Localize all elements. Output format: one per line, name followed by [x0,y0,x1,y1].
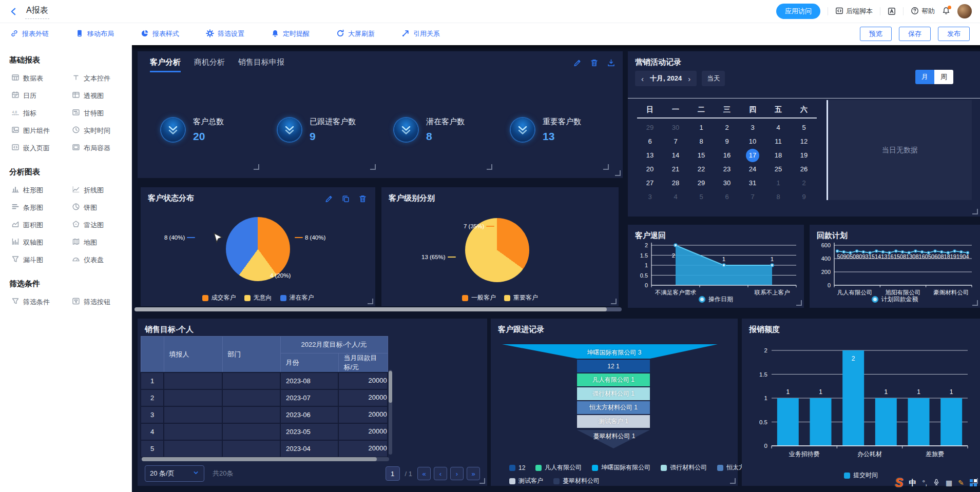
funnel-step[interactable]: 12 1 [577,360,650,372]
sidebar-item-筛选条件[interactable]: 筛选条件 [11,297,72,307]
back-icon[interactable] [9,7,18,16]
funnel-step[interactable]: 恒太方材料公司 1 [577,401,650,414]
toolbar-item-筛选设置[interactable]: 筛选设置 [206,29,244,39]
toolbar-item-移动布局[interactable]: 移动布局 [75,29,114,39]
calendar-day[interactable]: 7 [740,190,765,204]
legend-item-成交客户[interactable]: 成交客户 [202,293,236,302]
table-row[interactable]: 22023-07200000 [141,389,388,406]
calendar-day[interactable]: 14 [663,148,688,162]
ime-lang-toggle[interactable]: 中 [909,478,917,488]
legend-item-无意向[interactable]: 无意向 [244,293,272,302]
tab-商机分析[interactable]: 商机分析 [194,57,225,72]
last-page-button[interactable]: » [467,467,480,480]
copy-icon[interactable] [341,194,350,203]
funnel-panel[interactable]: 客户跟进记录 坤曙国际有限公司 312 1凡人有限公司 1强行材料公司 1恒太方… [491,319,738,486]
mic-icon[interactable] [933,479,940,487]
legend-item[interactable]: 计划回款金额 [872,295,918,304]
skin-icon[interactable]: ✎ [958,479,964,487]
toolbar-item-报表外链[interactable]: 报表外链 [10,29,49,39]
ime-punct-toggle[interactable]: °, [923,479,928,487]
sidebar-item-筛选按钮[interactable]: 筛选按钮 [72,297,132,307]
calendar-day[interactable]: 10 [740,134,765,148]
calendar-day[interactable]: 7 [663,134,688,148]
calendar-day[interactable]: 3 [740,121,765,134]
canvas-horizontal-scrollbar[interactable] [134,307,622,311]
table-row[interactable]: 12023-08200000 [141,372,388,389]
legend-item-12[interactable]: 12 [509,463,525,472]
calendar-day-selected[interactable]: 17 [740,148,765,162]
sidebar-item-条形图[interactable]: 条形图 [11,203,72,212]
sidebar-item-地图[interactable]: 地图 [72,238,132,247]
ime-toolbar[interactable]: S 中 °, ▦ ✎ [895,476,977,490]
table-row[interactable]: 52023-04200000 [141,440,388,457]
calendar-day[interactable]: 2 [714,121,740,134]
calendar-day[interactable]: 18 [765,148,791,162]
toolbar-item-报表样式[interactable]: 报表样式 [141,29,179,39]
kpi-card-已跟进客户数[interactable]: 已跟进客户数9 [261,87,378,172]
calendar-day[interactable]: 27 [637,176,663,190]
pie-panel-customer-level[interactable]: 客户级别分别 7 (35%)13 (65%)一般客户重要客户 [381,187,619,306]
delete-icon[interactable] [358,194,367,203]
calendar-day[interactable]: 1 [688,121,714,134]
table-horizontal-scrollbar[interactable] [142,457,389,461]
sidebar-item-嵌入页面[interactable]: 嵌入页面 [11,143,72,153]
calendar-day[interactable]: 8 [765,190,791,204]
calendar-day[interactable]: 29 [688,176,714,190]
calendar-day[interactable]: 2 [791,176,817,190]
pie-chart[interactable] [226,217,290,281]
sidebar-item-透视图[interactable]: 透视图 [72,91,132,101]
next-page-button[interactable]: › [450,467,464,480]
calendar-day[interactable]: 25 [765,162,791,176]
legend-item[interactable]: 操作日期 [699,295,733,304]
next-month-icon[interactable]: › [688,74,690,83]
calendar-day[interactable]: 23 [714,162,740,176]
toolbar-item-定时提醒[interactable]: 定时提醒 [271,29,310,39]
calendar-day[interactable]: 19 [791,148,817,162]
calendar-day[interactable]: 8 [688,134,714,148]
toggle-week[interactable]: 周 [934,70,953,84]
app-access-button[interactable]: 应用访问 [776,4,820,19]
legend-item-蔓翠材料公司[interactable]: 蔓翠材料公司 [553,477,600,485]
calendar-panel[interactable]: 营销活动记录 ‹ 十月, 2024 › 当天 月 周 日一二三四五六293012… [628,51,980,217]
calendar-day[interactable]: 26 [791,162,817,176]
kpi-card-客户总数[interactable]: 客户总数20 [145,87,261,172]
calendar-day[interactable]: 6 [714,190,740,204]
page-size-select[interactable]: 20 条/页 [145,465,204,482]
calendar-day[interactable]: 28 [663,176,688,190]
sidebar-item-图片组件[interactable]: 图片组件 [11,126,72,135]
sogou-logo-icon[interactable]: S [895,476,904,490]
sidebar-item-甘特图[interactable]: 甘特图 [72,108,132,118]
calendar-day[interactable]: 16 [714,148,740,162]
toolbar-item-大屏刷新[interactable]: 大屏刷新 [336,29,375,39]
line-chart-panel[interactable]: 回款计划 60040020005090508093151413161508130… [810,225,980,308]
ime-grid-icon[interactable] [970,479,977,486]
keyboard-icon[interactable]: ▦ [946,479,952,487]
calendar-day[interactable]: 4 [765,121,791,134]
translate-icon[interactable] [888,7,896,15]
tab-销售目标申报[interactable]: 销售目标申报 [238,57,284,72]
calendar-day[interactable]: 5 [688,190,714,204]
sidebar-item-饼图[interactable]: 饼图 [72,203,132,212]
calendar-day[interactable]: 4 [663,190,688,204]
calendar-day[interactable]: 22 [688,162,714,176]
sidebar-item-双轴图[interactable]: 双轴图 [11,238,72,247]
first-page-button[interactable]: « [417,467,431,480]
funnel-step[interactable]: 凡人有限公司 1 [577,373,650,386]
prev-page-button[interactable]: ‹ [434,467,447,480]
sidebar-item-文本控件[interactable]: 文本控件 [72,73,132,83]
sidebar-item-实时时间[interactable]: 实时时间 [72,126,132,135]
preview-button[interactable]: 预览 [860,27,892,41]
calendar-day[interactable]: 1 [765,176,791,190]
table-row[interactable]: 42023-05200000 [141,423,388,440]
sidebar-item-布局容器[interactable]: 布局容器 [72,143,132,153]
area-chart-panel[interactable]: 客户退回 21.510.50211不满足客户需求联系不上客户 操作日期 [628,225,804,308]
kpi-card-重要客户数[interactable]: 重要客户数13 [494,87,611,172]
sidebar-item-折线图[interactable]: 折线图 [72,185,132,195]
sidebar-item-指标[interactable]: 4,8指标 [11,108,72,118]
sidebar-item-数据表[interactable]: 数据表 [11,73,72,83]
kpi-card-潜在客户数[interactable]: 潜在客户数8 [378,87,494,172]
table-vertical-scrollbar[interactable] [389,370,392,455]
edit-icon[interactable] [324,194,333,203]
calendar-day[interactable]: 13 [637,148,663,162]
sidebar-item-日历[interactable]: 日历 [11,91,72,101]
